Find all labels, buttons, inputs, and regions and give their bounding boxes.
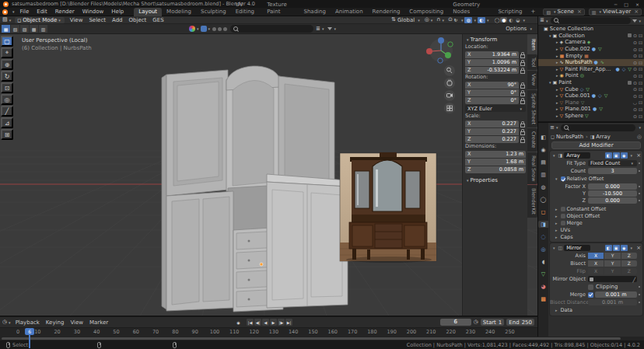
- properties-tab[interactable]: ▤: [538, 159, 548, 166]
- timeline-menu-item[interactable]: Keying: [43, 319, 68, 326]
- outliner-row[interactable]: ▸ ▦ Empty ▦: [538, 52, 644, 59]
- properties-tab[interactable]: ◉: [538, 146, 548, 153]
- axis-toggle[interactable]: X: [588, 253, 604, 259]
- scale-field[interactable]: X0.227: [465, 120, 519, 127]
- disable-render-camera-icon[interactable]: [639, 73, 642, 79]
- shading-mode-button[interactable]: ◐: [507, 17, 514, 23]
- transform-panel-header[interactable]: ▾ Transform: [465, 36, 526, 44]
- collapsed-section-row[interactable]: ▸ Object Offset: [550, 212, 642, 219]
- modifier-name-field[interactable]: Array: [564, 152, 590, 159]
- asset-search-input[interactable]: [240, 26, 310, 32]
- outliner-display-mode-icon[interactable]: ≣: [540, 18, 544, 23]
- timeline-menu-item[interactable]: Playback: [12, 319, 43, 326]
- hide-viewport-eye-icon[interactable]: [633, 66, 637, 72]
- sidebar-tab[interactable]: Real Snow: [527, 152, 537, 185]
- mirror-modifier-header[interactable]: ▾ ◫ Mirror ◧▣◉ ▾ ×: [550, 243, 642, 252]
- outliner-row[interactable]: ▣ Scene Collection: [538, 26, 644, 33]
- transport-button[interactable]: |◀: [247, 319, 254, 326]
- pivot-point-icon[interactable]: ◎: [425, 17, 429, 23]
- menu-item[interactable]: Help: [107, 9, 128, 15]
- select-mode-button[interactable]: ▩: [30, 25, 39, 33]
- properties-editor-icon[interactable]: ≡: [550, 125, 555, 131]
- sidebar-tab[interactable]: Sprite Sheet: [527, 90, 537, 127]
- breadcrumb-sub[interactable]: Array: [596, 134, 610, 140]
- lock-icon[interactable]: [520, 129, 526, 134]
- tool-button[interactable]: ╱: [1, 106, 13, 117]
- scene-selector[interactable]: ▧ ▾ Scene ×: [543, 9, 584, 16]
- fit-type-dropdown[interactable]: Fixed Count▾: [588, 160, 637, 166]
- merge-field[interactable]: 0.001 m: [595, 291, 637, 298]
- timeline-menu-item[interactable]: View: [67, 319, 86, 326]
- viewport-menu-item[interactable]: View: [67, 17, 86, 23]
- timeline-menu-item[interactable]: Marker: [86, 319, 111, 326]
- properties-tab[interactable]: ◍: [538, 183, 548, 190]
- hide-viewport-eye-icon[interactable]: [633, 106, 637, 112]
- workspace-tab[interactable]: Texture Paint: [262, 1, 299, 16]
- eyedropper-icon[interactable]: ╱: [632, 277, 635, 282]
- blender-menu-icon[interactable]: [2, 9, 8, 15]
- properties-tab[interactable]: ▥: [538, 171, 548, 178]
- select-mode-button[interactable]: ▥: [39, 25, 48, 33]
- disclosure-caret-icon[interactable]: ▸: [556, 40, 558, 44]
- xray-toggle[interactable]: ◐: [478, 17, 485, 23]
- show-overlays-toggle[interactable]: ◍: [464, 17, 472, 23]
- options-dropdown[interactable]: Options ▾: [506, 26, 534, 32]
- hide-viewport-eye-icon[interactable]: [633, 47, 637, 52]
- outliner-row[interactable]: ▾ ▣ Collection: [538, 33, 644, 40]
- hide-viewport-eye-icon[interactable]: [633, 99, 637, 105]
- properties-panel-header[interactable]: ▾ Properties: [465, 176, 526, 184]
- furniture-model[interactable]: [162, 66, 348, 312]
- maximize-button[interactable]: □: [624, 2, 628, 7]
- disclosure-caret-icon[interactable]: ▸: [556, 87, 558, 92]
- add-workspace-button[interactable]: +: [527, 9, 540, 15]
- tool-button[interactable]: ⊿: [1, 117, 13, 128]
- disable-render-camera-icon[interactable]: [639, 53, 642, 58]
- disable-render-camera-icon[interactable]: [639, 86, 642, 92]
- flip-toggle[interactable]: Y: [604, 268, 620, 274]
- relative-offset-checkbox[interactable]: [561, 176, 565, 181]
- workspace-tab[interactable]: Modeling: [162, 8, 196, 16]
- viewport-menu-item[interactable]: Object: [126, 17, 150, 23]
- sidebar-tab[interactable]: View: [527, 71, 537, 89]
- disclosure-caret-icon[interactable]: ▸: [556, 100, 558, 105]
- outliner-row[interactable]: ▸ ▽ Plane.001 ●▽: [538, 106, 644, 113]
- lock-icon[interactable]: [520, 90, 526, 96]
- outliner-search-input[interactable]: [561, 18, 628, 24]
- hide-viewport-eye-icon[interactable]: [633, 86, 637, 92]
- properties-tab[interactable]: ◧: [538, 134, 548, 141]
- relative-offset-row[interactable]: ▾ Relative Offset: [550, 175, 642, 183]
- sidebar-tab[interactable]: Tool: [527, 54, 537, 71]
- disable-render-camera-icon[interactable]: [639, 80, 642, 86]
- disable-render-camera-icon[interactable]: [639, 113, 642, 119]
- outliner-row[interactable]: ▸ ◈ Camera ◈: [538, 39, 644, 46]
- modifier-display-toggle[interactable]: ▣: [613, 245, 620, 251]
- modifier-name-field[interactable]: Mirror: [564, 245, 590, 251]
- object-origin-point[interactable]: [260, 263, 263, 266]
- current-frame-field[interactable]: 6: [440, 319, 471, 326]
- outliner-row[interactable]: ▸ ◉ Point ◎: [538, 72, 644, 79]
- disable-render-camera-icon[interactable]: [639, 60, 642, 65]
- menu-item[interactable]: File: [16, 9, 33, 15]
- filter-dot-icon[interactable]: [218, 27, 222, 31]
- outliner-row[interactable]: ▸ ▽ Cube.001 ●◇▽: [538, 92, 644, 99]
- merge-checkbox[interactable]: [588, 292, 593, 298]
- properties-search-field[interactable]: [561, 124, 635, 131]
- bisect-toggle[interactable]: Y: [604, 260, 620, 267]
- exclude-checkbox[interactable]: [628, 33, 632, 37]
- minimize-button[interactable]: ─: [614, 2, 618, 7]
- unlink-scene-icon[interactable]: ×: [577, 9, 582, 15]
- rotation-mode-dropdown[interactable]: XYZ Euler ▾: [465, 105, 526, 112]
- properties-tab[interactable]: ◯: [538, 196, 548, 203]
- hide-viewport-eye-icon[interactable]: [633, 73, 637, 79]
- workspace-tab[interactable]: Animation: [331, 8, 368, 16]
- filter-funnel-icon[interactable]: [632, 19, 637, 23]
- workspace-tab[interactable]: Layout: [134, 8, 162, 16]
- collapsed-section-row[interactable]: ▸ Merge: [550, 219, 642, 226]
- disable-render-camera-icon[interactable]: [639, 106, 642, 112]
- snap-magnet-icon[interactable]: ∩: [436, 17, 440, 23]
- pin-icon[interactable]: ◎: [637, 134, 642, 140]
- bisect-toggle[interactable]: Z: [621, 260, 637, 267]
- properties-tab[interactable]: ◨: [538, 221, 548, 228]
- filter-dot-icon[interactable]: [223, 27, 227, 31]
- hide-viewport-eye-icon[interactable]: [633, 33, 637, 38]
